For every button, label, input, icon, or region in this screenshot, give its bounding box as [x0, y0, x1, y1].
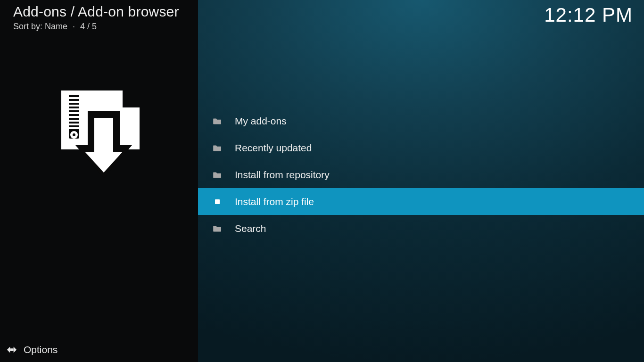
- folder-icon: [212, 170, 223, 180]
- svg-marker-14: [14, 347, 17, 353]
- svg-rect-6: [69, 112, 79, 114]
- list-item-label: My add-ons: [235, 115, 287, 127]
- list-item-label: Recently updated: [235, 142, 312, 154]
- svg-rect-5: [69, 108, 79, 110]
- list-item-label: Search: [235, 223, 266, 234]
- sort-label: Sort by: Name: [13, 22, 67, 31]
- list-item-my-addons[interactable]: My add-ons: [198, 107, 644, 134]
- svg-rect-15: [10, 348, 13, 351]
- list-item-install-from-zip[interactable]: Install from zip file: [198, 188, 644, 215]
- svg-rect-2: [69, 97, 79, 99]
- header-subtitle: Sort by: Name · 4 / 5: [13, 22, 97, 32]
- separator-dot: ·: [70, 22, 78, 31]
- list-item-install-from-repository[interactable]: Install from repository: [198, 161, 644, 188]
- list-position: 4 / 5: [80, 22, 97, 31]
- folder-icon: [212, 223, 223, 234]
- install-from-zip-illustration-icon: [52, 86, 146, 180]
- svg-rect-4: [69, 105, 79, 107]
- options-arrows-icon: [7, 345, 17, 355]
- options-button[interactable]: Options: [7, 344, 58, 355]
- folder-icon: [212, 116, 223, 126]
- main-content: 12:12 PM My add-ons Recently updated Ins…: [198, 0, 644, 362]
- svg-rect-3: [69, 101, 79, 103]
- zip-file-icon: [212, 197, 223, 207]
- svg-rect-1: [69, 93, 79, 95]
- list-item-search[interactable]: Search: [198, 215, 644, 242]
- svg-rect-7: [69, 116, 79, 118]
- addon-browser-list: My add-ons Recently updated Install from…: [198, 107, 644, 242]
- sidebar-panel: Add-ons / Add-on browser Sort by: Name ·…: [0, 0, 198, 362]
- list-item-label: Install from zip file: [235, 196, 314, 207]
- app-root: Add-ons / Add-on browser Sort by: Name ·…: [0, 0, 644, 362]
- list-item-recently-updated[interactable]: Recently updated: [198, 134, 644, 161]
- folder-icon: [212, 143, 223, 153]
- svg-rect-9: [69, 123, 79, 125]
- svg-rect-10: [69, 127, 79, 129]
- svg-marker-13: [7, 347, 10, 353]
- svg-rect-8: [69, 120, 79, 122]
- svg-point-12: [73, 133, 75, 136]
- clock: 12:12 PM: [544, 4, 633, 26]
- list-item-label: Install from repository: [235, 169, 330, 181]
- breadcrumb: Add-ons / Add-on browser: [13, 4, 179, 20]
- options-label: Options: [24, 344, 58, 355]
